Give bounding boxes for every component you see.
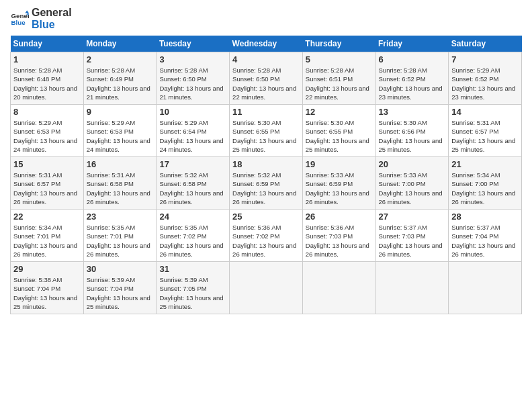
- day-number: 12: [306, 107, 373, 117]
- day-number: 20: [379, 159, 446, 169]
- col-header-friday: Friday: [375, 36, 449, 52]
- col-header-saturday: Saturday: [449, 36, 522, 52]
- day-info: Sunrise: 5:28 AMSunset: 6:52 PMDaylight:…: [379, 66, 446, 101]
- day-number: 28: [451, 212, 519, 222]
- day-number: 8: [13, 107, 81, 117]
- day-cell: 22Sunrise: 5:34 AMSunset: 7:01 PMDayligh…: [11, 210, 84, 262]
- day-cell: 17Sunrise: 5:32 AMSunset: 6:58 PMDayligh…: [157, 157, 230, 210]
- day-cell: 27Sunrise: 5:37 AMSunset: 7:03 PMDayligh…: [375, 210, 449, 262]
- day-info: Sunrise: 5:29 AMSunset: 6:52 PMDaylight:…: [451, 66, 519, 101]
- day-info: Sunrise: 5:33 AMSunset: 6:59 PMDaylight:…: [306, 171, 373, 206]
- day-cell: 21Sunrise: 5:34 AMSunset: 7:00 PMDayligh…: [449, 157, 522, 210]
- week-row-1: 1Sunrise: 5:28 AMSunset: 6:48 PMDaylight…: [11, 52, 522, 105]
- col-header-wednesday: Wednesday: [230, 36, 303, 52]
- day-cell: 19Sunrise: 5:33 AMSunset: 6:59 PMDayligh…: [302, 157, 375, 210]
- day-info: Sunrise: 5:38 AMSunset: 7:04 PMDaylight:…: [13, 275, 81, 311]
- day-number: 1: [13, 54, 81, 64]
- day-number: 16: [87, 159, 154, 169]
- day-number: 22: [13, 212, 81, 222]
- day-number: 2: [87, 54, 154, 64]
- day-info: Sunrise: 5:36 AMSunset: 7:03 PMDaylight:…: [306, 223, 373, 259]
- day-cell: 8Sunrise: 5:29 AMSunset: 6:53 PMDaylight…: [11, 105, 84, 157]
- day-info: Sunrise: 5:28 AMSunset: 6:49 PMDaylight:…: [87, 66, 154, 101]
- day-info: Sunrise: 5:33 AMSunset: 7:00 PMDaylight:…: [379, 171, 446, 206]
- day-info: Sunrise: 5:28 AMSunset: 6:50 PMDaylight:…: [232, 66, 300, 101]
- logo-line1: General: [32, 7, 72, 19]
- day-number: 31: [159, 264, 226, 274]
- day-info: Sunrise: 5:30 AMSunset: 6:55 PMDaylight:…: [232, 118, 300, 154]
- day-info: Sunrise: 5:39 AMSunset: 7:04 PMDaylight:…: [87, 275, 154, 311]
- day-info: Sunrise: 5:34 AMSunset: 7:01 PMDaylight:…: [13, 223, 81, 259]
- day-number: 14: [451, 107, 519, 117]
- day-number: 3: [159, 54, 226, 64]
- day-info: Sunrise: 5:28 AMSunset: 6:48 PMDaylight:…: [13, 66, 81, 101]
- day-cell: [449, 262, 522, 314]
- day-number: 17: [159, 159, 226, 169]
- day-cell: 12Sunrise: 5:30 AMSunset: 6:55 PMDayligh…: [302, 105, 375, 157]
- day-info: Sunrise: 5:36 AMSunset: 7:02 PMDaylight:…: [232, 223, 300, 259]
- day-cell: 5Sunrise: 5:28 AMSunset: 6:51 PMDaylight…: [302, 52, 375, 105]
- week-row-4: 22Sunrise: 5:34 AMSunset: 7:01 PMDayligh…: [11, 210, 522, 262]
- day-number: 13: [379, 107, 446, 117]
- day-cell: 7Sunrise: 5:29 AMSunset: 6:52 PMDaylight…: [449, 52, 522, 105]
- day-cell: 16Sunrise: 5:31 AMSunset: 6:58 PMDayligh…: [83, 157, 157, 210]
- day-info: Sunrise: 5:34 AMSunset: 7:00 PMDaylight:…: [451, 171, 519, 206]
- day-info: Sunrise: 5:28 AMSunset: 6:50 PMDaylight:…: [159, 66, 226, 101]
- day-cell: 20Sunrise: 5:33 AMSunset: 7:00 PMDayligh…: [375, 157, 449, 210]
- day-cell: 23Sunrise: 5:35 AMSunset: 7:01 PMDayligh…: [83, 210, 157, 262]
- day-number: 10: [159, 107, 226, 117]
- calendar-table: SundayMondayTuesdayWednesdayThursdayFrid…: [10, 36, 522, 314]
- day-info: Sunrise: 5:32 AMSunset: 6:59 PMDaylight:…: [232, 171, 300, 206]
- day-number: 6: [379, 54, 446, 64]
- day-number: 23: [87, 212, 154, 222]
- day-number: 7: [451, 54, 519, 64]
- day-number: 4: [232, 54, 300, 64]
- col-header-tuesday: Tuesday: [157, 36, 230, 52]
- day-cell: 6Sunrise: 5:28 AMSunset: 6:52 PMDaylight…: [375, 52, 449, 105]
- day-info: Sunrise: 5:29 AMSunset: 6:53 PMDaylight:…: [87, 118, 154, 154]
- day-number: 18: [232, 159, 300, 169]
- day-cell: [230, 262, 303, 314]
- day-info: Sunrise: 5:29 AMSunset: 6:54 PMDaylight:…: [159, 118, 226, 154]
- week-row-5: 29Sunrise: 5:38 AMSunset: 7:04 PMDayligh…: [11, 262, 522, 314]
- day-cell: 25Sunrise: 5:36 AMSunset: 7:02 PMDayligh…: [230, 210, 303, 262]
- day-info: Sunrise: 5:28 AMSunset: 6:51 PMDaylight:…: [306, 66, 373, 101]
- day-cell: 30Sunrise: 5:39 AMSunset: 7:04 PMDayligh…: [83, 262, 157, 314]
- day-info: Sunrise: 5:31 AMSunset: 6:58 PMDaylight:…: [87, 171, 154, 206]
- day-cell: 24Sunrise: 5:35 AMSunset: 7:02 PMDayligh…: [157, 210, 230, 262]
- day-cell: 28Sunrise: 5:37 AMSunset: 7:04 PMDayligh…: [449, 210, 522, 262]
- day-cell: [302, 262, 375, 314]
- day-number: 5: [306, 54, 373, 64]
- day-number: 26: [306, 212, 373, 222]
- day-cell: 31Sunrise: 5:39 AMSunset: 7:05 PMDayligh…: [157, 262, 230, 314]
- day-info: Sunrise: 5:29 AMSunset: 6:53 PMDaylight:…: [13, 118, 81, 154]
- col-header-thursday: Thursday: [302, 36, 375, 52]
- day-info: Sunrise: 5:32 AMSunset: 6:58 PMDaylight:…: [159, 171, 226, 206]
- page-container: General Blue General Blue SundayMondayTu…: [0, 0, 532, 411]
- day-info: Sunrise: 5:31 AMSunset: 6:57 PMDaylight:…: [13, 171, 81, 206]
- day-number: 30: [87, 264, 154, 274]
- day-number: 11: [232, 107, 300, 117]
- day-cell: 15Sunrise: 5:31 AMSunset: 6:57 PMDayligh…: [11, 157, 84, 210]
- day-cell: 18Sunrise: 5:32 AMSunset: 6:59 PMDayligh…: [230, 157, 303, 210]
- day-number: 21: [451, 159, 519, 169]
- day-info: Sunrise: 5:39 AMSunset: 7:05 PMDaylight:…: [159, 275, 226, 311]
- day-number: 15: [13, 159, 81, 169]
- day-number: 25: [232, 212, 300, 222]
- day-info: Sunrise: 5:37 AMSunset: 7:03 PMDaylight:…: [379, 223, 446, 259]
- day-cell: 3Sunrise: 5:28 AMSunset: 6:50 PMDaylight…: [157, 52, 230, 105]
- header-row: SundayMondayTuesdayWednesdayThursdayFrid…: [11, 36, 522, 52]
- header: General Blue General Blue: [10, 7, 522, 30]
- day-number: 9: [87, 107, 154, 117]
- day-cell: 1Sunrise: 5:28 AMSunset: 6:48 PMDaylight…: [11, 52, 84, 105]
- day-info: Sunrise: 5:35 AMSunset: 7:01 PMDaylight:…: [87, 223, 154, 259]
- day-cell: 10Sunrise: 5:29 AMSunset: 6:54 PMDayligh…: [157, 105, 230, 157]
- day-number: 19: [306, 159, 373, 169]
- day-cell: [375, 262, 449, 314]
- day-info: Sunrise: 5:35 AMSunset: 7:02 PMDaylight:…: [159, 223, 226, 259]
- day-cell: 2Sunrise: 5:28 AMSunset: 6:49 PMDaylight…: [83, 52, 157, 105]
- day-info: Sunrise: 5:37 AMSunset: 7:04 PMDaylight:…: [451, 223, 519, 259]
- day-cell: 4Sunrise: 5:28 AMSunset: 6:50 PMDaylight…: [230, 52, 303, 105]
- day-cell: 11Sunrise: 5:30 AMSunset: 6:55 PMDayligh…: [230, 105, 303, 157]
- day-info: Sunrise: 5:30 AMSunset: 6:56 PMDaylight:…: [379, 118, 446, 154]
